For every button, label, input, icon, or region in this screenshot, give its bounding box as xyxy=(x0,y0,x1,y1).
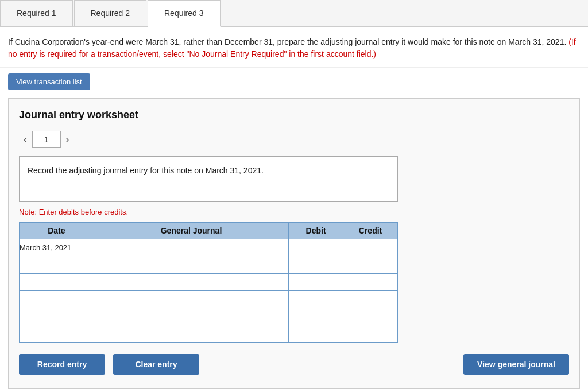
credit-input-3[interactable] xyxy=(343,291,397,308)
journal-cell-4[interactable] xyxy=(94,308,288,325)
credit-input-1[interactable] xyxy=(343,256,397,273)
debit-input-5[interactable] xyxy=(289,325,343,342)
debit-input-2[interactable] xyxy=(289,274,343,290)
debit-cell-3[interactable] xyxy=(289,291,343,308)
view-transaction-button[interactable]: View transaction list xyxy=(8,73,90,90)
credit-cell-1[interactable] xyxy=(343,256,398,274)
credit-input-5[interactable] xyxy=(343,325,397,342)
worksheet-container: Journal entry worksheet ‹ 1 › Record the… xyxy=(8,98,580,389)
credit-cell-5[interactable] xyxy=(343,325,398,343)
date-cell-3[interactable] xyxy=(20,291,94,308)
date-input-3[interactable] xyxy=(20,291,94,308)
table-row xyxy=(20,256,398,274)
date-input-2[interactable] xyxy=(20,274,94,290)
journal-input-3[interactable] xyxy=(94,291,288,308)
tab-bar: Required 1 Required 2 Required 3 xyxy=(0,0,588,27)
next-page-button[interactable]: › xyxy=(61,130,74,148)
note-text: Note: Enter debits before credits. xyxy=(19,208,569,216)
action-buttons: Record entry Clear entry View general jo… xyxy=(19,354,569,375)
credit-input-4[interactable] xyxy=(343,308,397,325)
date-cell-1[interactable] xyxy=(20,256,94,274)
record-entry-button[interactable]: Record entry xyxy=(19,354,105,375)
journal-cell-5[interactable] xyxy=(94,325,288,343)
journal-cell-3[interactable] xyxy=(94,291,288,308)
date-cell-2[interactable] xyxy=(20,274,94,291)
credit-cell-4[interactable] xyxy=(343,308,398,325)
table-row xyxy=(20,291,398,308)
date-cell-4[interactable] xyxy=(20,308,94,325)
table-row xyxy=(20,308,398,325)
credit-cell-2[interactable] xyxy=(343,274,398,291)
debit-input-4[interactable] xyxy=(289,308,343,325)
table-row: March 31, 2021 xyxy=(20,239,398,256)
credit-cell-0[interactable] xyxy=(343,239,398,256)
journal-input-0[interactable] xyxy=(94,239,288,256)
instruction-main-text: If Cucina Corporation's year-end were Ma… xyxy=(8,37,566,46)
debit-input-3[interactable] xyxy=(289,291,343,308)
journal-input-1[interactable] xyxy=(94,256,288,273)
debit-cell-4[interactable] xyxy=(289,308,343,325)
instruction-area: If Cucina Corporation's year-end were Ma… xyxy=(0,27,588,68)
date-cell-0: March 31, 2021 xyxy=(20,239,94,256)
col-header-journal: General Journal xyxy=(94,223,288,239)
credit-input-2[interactable] xyxy=(343,274,397,290)
credit-input-0[interactable] xyxy=(343,239,397,256)
col-header-date: Date xyxy=(20,223,94,239)
col-header-credit: Credit xyxy=(343,223,398,239)
journal-cell-2[interactable] xyxy=(94,274,288,291)
debit-cell-1[interactable] xyxy=(289,256,343,274)
table-row xyxy=(20,274,398,291)
tab-required3[interactable]: Required 3 xyxy=(148,0,220,27)
view-general-journal-button[interactable]: View general journal xyxy=(463,354,569,375)
debit-cell-5[interactable] xyxy=(289,325,343,343)
tab-required2[interactable]: Required 2 xyxy=(74,0,147,26)
debit-input-0[interactable] xyxy=(289,239,343,256)
worksheet-title: Journal entry worksheet xyxy=(19,109,569,121)
date-cell-5[interactable] xyxy=(20,325,94,343)
journal-table: Date General Journal Debit Credit March … xyxy=(19,222,398,343)
table-row xyxy=(20,325,398,343)
date-input-1[interactable] xyxy=(20,256,94,273)
clear-entry-button[interactable]: Clear entry xyxy=(113,354,199,375)
credit-cell-3[interactable] xyxy=(343,291,398,308)
col-header-debit: Debit xyxy=(289,223,343,239)
debit-input-1[interactable] xyxy=(289,256,343,273)
journal-cell-1[interactable] xyxy=(94,256,288,274)
prev-page-button[interactable]: ‹ xyxy=(19,130,32,148)
page-number: 1 xyxy=(32,131,61,148)
debit-cell-0[interactable] xyxy=(289,239,343,256)
journal-cell-0[interactable] xyxy=(94,239,288,256)
description-box: Record the adjusting journal entry for t… xyxy=(19,156,398,202)
journal-input-2[interactable] xyxy=(94,274,288,290)
nav-row: ‹ 1 › xyxy=(19,130,569,148)
journal-input-5[interactable] xyxy=(94,325,288,342)
journal-input-4[interactable] xyxy=(94,308,288,325)
debit-cell-2[interactable] xyxy=(289,274,343,291)
date-input-4[interactable] xyxy=(20,308,94,325)
tab-required1[interactable]: Required 1 xyxy=(0,0,73,26)
date-input-5[interactable] xyxy=(20,325,94,342)
